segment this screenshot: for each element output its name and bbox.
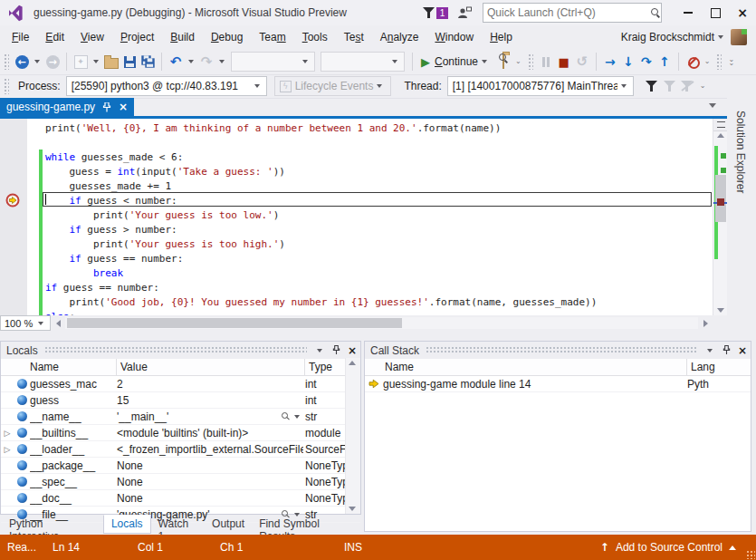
filter-flagged-button[interactable] <box>661 75 679 97</box>
back-dropdown-icon[interactable] <box>34 60 40 63</box>
show-next-statement-button[interactable]: → <box>601 51 619 72</box>
code-line[interactable]: if guess > number: <box>0 222 713 237</box>
column-header-lang[interactable]: Lang <box>687 359 751 375</box>
reset-filter-button[interactable] <box>679 75 697 97</box>
magnifier-visualizer-icon[interactable] <box>282 412 303 421</box>
code-line[interactable]: print('Your guess is too high.') <box>0 237 713 251</box>
feedback-icon[interactable] <box>457 6 472 19</box>
menu-item-file[interactable]: File <box>4 28 37 46</box>
locals-row[interactable]: guesses_mac2int <box>1 376 360 392</box>
locals-row[interactable]: ▷__builtins__<module 'builtins' (built-i… <box>1 425 360 441</box>
window-position-dropdown-icon[interactable] <box>707 349 713 352</box>
split-window-handle[interactable] <box>713 119 728 131</box>
code-line[interactable]: if guess == number: <box>0 251 713 266</box>
scroll-down-icon[interactable] <box>717 308 724 313</box>
continue-button[interactable]: ▶ Continue <box>417 55 494 69</box>
user-account-button[interactable]: Kraig Brockschmidt <box>621 29 747 45</box>
menu-item-team[interactable]: Team <box>251 28 293 46</box>
quick-launch-input[interactable] <box>483 6 651 19</box>
pin-icon[interactable] <box>723 345 731 355</box>
step-into-button[interactable]: ↓ <box>619 51 637 72</box>
expander-icon[interactable]: ▷ <box>1 429 14 438</box>
configuration-dropdown[interactable] <box>231 52 315 72</box>
stop-button[interactable]: ■ <box>555 51 573 72</box>
code-line[interactable] <box>0 135 713 150</box>
redo-button[interactable]: ↷ <box>197 51 215 72</box>
bottom-tab-output[interactable]: Output <box>205 516 252 533</box>
menu-item-project[interactable]: Project <box>112 28 162 46</box>
scroll-down-icon[interactable] <box>349 507 356 511</box>
code-line[interactable]: guesses_made += 1 <box>0 179 713 193</box>
locals-row[interactable]: ▷__loader__<_frozen_importlib_external.S… <box>1 441 360 458</box>
callstack-row[interactable]: guessing-game module line 14Pyth <box>365 376 751 392</box>
code-line[interactable]: if guess == number: <box>0 280 713 294</box>
menu-item-test[interactable]: Test <box>336 28 372 46</box>
menu-item-debug[interactable]: Debug <box>203 28 251 46</box>
minimize-button[interactable] <box>675 2 702 24</box>
menu-item-analyze[interactable]: Analyze <box>372 28 427 46</box>
menu-item-edit[interactable]: Edit <box>37 28 72 46</box>
process-dropdown[interactable]: [25590] python3 @ tcp://40.83.191 <box>66 76 267 96</box>
document-list-dropdown-icon[interactable] <box>709 103 716 108</box>
bottom-tab-locals[interactable]: Locals <box>103 515 151 534</box>
code-line[interactable]: guess = int(input('Take a guess: ')) <box>0 164 713 179</box>
hscroll-track[interactable] <box>65 317 698 329</box>
menu-item-view[interactable]: View <box>72 28 112 46</box>
callstack-panel-header[interactable]: Call Stack × <box>365 342 751 359</box>
lifecycle-events-button[interactable]: ϟ Lifecycle Events <box>274 76 392 96</box>
toolbar-grip[interactable] <box>4 78 9 94</box>
scroll-up-icon[interactable] <box>349 361 356 365</box>
restart-button[interactable]: ↺ <box>573 51 591 72</box>
attach-to-process-button[interactable] <box>494 51 512 72</box>
code-line[interactable]: print('Well, {0}, I am thinking of a num… <box>0 121 713 135</box>
thread-dropdown[interactable]: [1] [140017000875776] MainThreac <box>447 76 634 96</box>
redo-dropdown-icon[interactable] <box>219 60 225 63</box>
scroll-up-icon[interactable] <box>717 133 724 138</box>
menu-item-build[interactable]: Build <box>162 28 203 46</box>
locals-row[interactable]: __package__NoneNoneTyp <box>1 458 360 474</box>
locals-scrollbar[interactable] <box>345 358 360 514</box>
new-file-dropdown-icon[interactable] <box>93 60 99 63</box>
locals-row[interactable]: __spec__NoneNoneTyp <box>1 474 360 490</box>
disable-breakpoints-button[interactable] <box>684 51 702 72</box>
current-statement-breakpoint-icon[interactable] <box>5 193 20 208</box>
pin-icon[interactable] <box>102 102 111 112</box>
close-button[interactable]: × <box>729 2 756 24</box>
code-line[interactable]: print('Good job, {0}! You guessed my num… <box>0 294 713 309</box>
search-icon[interactable] <box>651 8 661 18</box>
column-header-name[interactable]: Name <box>1 359 117 375</box>
step-over-button[interactable]: ↷ <box>637 51 656 72</box>
save-all-button[interactable] <box>139 51 157 72</box>
toolbar-grip[interactable] <box>528 53 533 70</box>
code-line[interactable]: break <box>0 266 713 280</box>
save-button[interactable] <box>120 51 139 72</box>
overflow-chevron-icon[interactable]: ⌄ <box>700 84 706 88</box>
toolbar-grip[interactable] <box>4 53 9 70</box>
notifications-flag-icon[interactable]: 1 <box>423 7 448 19</box>
column-header-value[interactable]: Value <box>117 359 305 375</box>
zoom-level-dropdown[interactable]: 100 % <box>0 315 51 331</box>
menu-item-window[interactable]: Window <box>426 28 482 46</box>
menu-item-help[interactable]: Help <box>482 28 521 46</box>
navigate-forward-button[interactable]: → <box>43 51 62 72</box>
editor-vertical-scrollbar[interactable] <box>713 119 728 315</box>
undo-button[interactable]: ↶ <box>167 51 185 72</box>
close-tab-icon[interactable]: × <box>119 101 128 113</box>
locals-row[interactable]: __doc__NoneNoneTyp <box>1 490 360 507</box>
new-file-button[interactable]: ✦ <box>72 51 90 72</box>
locals-panel-header[interactable]: Locals × <box>1 342 360 359</box>
open-file-button[interactable] <box>102 51 120 72</box>
code-line[interactable]: else: <box>0 309 713 315</box>
window-position-dropdown-icon[interactable] <box>317 349 322 352</box>
code-line[interactable]: print('Your guess is too low.') <box>0 208 713 222</box>
tab-guessing-game[interactable]: guessing-game.py × <box>0 98 134 116</box>
locals-row[interactable]: guess15int <box>1 392 360 409</box>
step-out-button[interactable]: ↑ <box>656 51 674 72</box>
navigate-back-button[interactable]: ← <box>13 51 31 72</box>
pin-icon[interactable] <box>332 345 340 355</box>
close-icon[interactable]: × <box>348 344 357 357</box>
locals-row[interactable]: __name__'__main__'str <box>1 409 360 425</box>
filter-threads-button[interactable] <box>643 75 661 97</box>
toolbar-grip[interactable] <box>716 53 722 70</box>
column-header-name[interactable]: Name <box>365 359 687 375</box>
